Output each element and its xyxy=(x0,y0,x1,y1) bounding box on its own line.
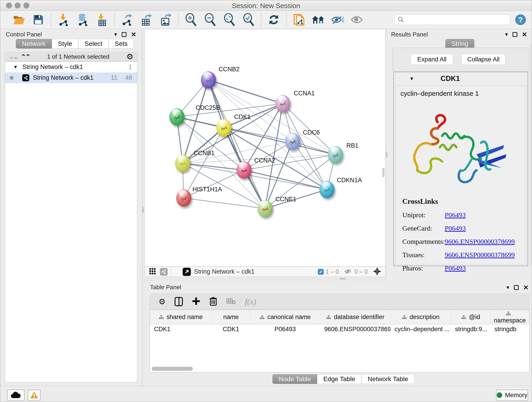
column-header-description[interactable]: description xyxy=(390,310,451,324)
tab-string[interactable]: String xyxy=(445,39,474,49)
network-node-ccna1[interactable] xyxy=(275,95,290,112)
tab-sets[interactable]: Sets xyxy=(109,39,134,49)
crosslink-link[interactable]: P06493 xyxy=(445,264,466,272)
table-cell[interactable]: CDK1 xyxy=(150,324,212,334)
tab-style[interactable]: Style xyxy=(52,39,78,49)
import-table-icon[interactable] xyxy=(95,13,109,26)
table-options-gear-icon[interactable]: ⚙ xyxy=(158,298,165,306)
table-horizontal-scrollbar[interactable] xyxy=(152,367,193,371)
search-input[interactable] xyxy=(394,14,510,25)
network-options-gear-icon[interactable]: ⚙ xyxy=(127,53,133,61)
crosslink-link[interactable]: 9606.ENSP00000378699 xyxy=(445,238,515,245)
table-cell[interactable]: stringdb:9... xyxy=(451,324,490,334)
protein-section-header[interactable]: ▼ CDK1 xyxy=(394,72,528,85)
float-panel-icon[interactable]: ▾ xyxy=(114,31,117,38)
column-header-namespace[interactable]: namespace xyxy=(490,310,529,324)
tab-network[interactable]: Network xyxy=(16,39,52,49)
maximize-panel-icon[interactable] xyxy=(122,32,127,37)
open-session-icon[interactable] xyxy=(12,13,26,26)
close-panel-icon[interactable]: ✕ xyxy=(523,285,529,290)
crosslink-link[interactable]: P06493 xyxy=(445,224,466,232)
maximize-panel-icon[interactable] xyxy=(513,32,517,37)
network-edge[interactable] xyxy=(209,80,336,155)
network-canvas[interactable]: CCNB2CCNA1CDC25BCDK1CDC6RB1CCNB1CCNA2CDK… xyxy=(145,29,385,267)
selected-checkbox-icon[interactable]: ✓ xyxy=(318,269,324,275)
add-column-icon[interactable] xyxy=(192,297,200,306)
save-session-icon[interactable] xyxy=(32,13,45,26)
show-all-eye-icon[interactable] xyxy=(350,13,363,26)
tab-node-table[interactable]: Node Table xyxy=(272,374,317,384)
network-node-ccnb1[interactable] xyxy=(175,154,190,172)
collapse-all-networks-icon[interactable]: ⌄⌄ xyxy=(9,53,18,60)
warning-button[interactable] xyxy=(28,390,41,401)
column-header-name[interactable]: name xyxy=(212,310,250,324)
network-node-ccne1[interactable] xyxy=(258,200,273,217)
network-row[interactable]: String Network – cdk1 11 48 xyxy=(5,72,137,83)
clone-network-icon[interactable] xyxy=(292,13,306,26)
pan-crosshair-icon[interactable] xyxy=(373,267,381,277)
network-edge[interactable] xyxy=(244,170,327,190)
canvas-scrollbar[interactable] xyxy=(382,168,385,177)
table-cell[interactable]: P06493 xyxy=(250,324,320,334)
table-cell[interactable]: CDK1 xyxy=(212,324,250,334)
close-panel-icon[interactable]: ✕ xyxy=(131,32,136,37)
network-node-rb1[interactable] xyxy=(328,146,343,163)
column-header-database-identifier[interactable]: database identifier xyxy=(320,310,390,324)
network-collection-row[interactable]: ▼ String Network – cdk1 1 xyxy=(5,62,137,72)
crosslink-link[interactable]: 9606.ENSP00000378699 xyxy=(445,251,515,259)
expand-all-networks-icon[interactable]: ⌃⌃ xyxy=(21,53,30,60)
column-header-canonical-name[interactable]: canonical name xyxy=(250,310,320,324)
maximize-panel-icon[interactable] xyxy=(514,285,519,290)
import-network-file-icon[interactable] xyxy=(57,13,70,26)
grid-view-icon[interactable] xyxy=(149,268,156,276)
table-cell[interactable]: stringdb xyxy=(490,324,529,334)
network-node-cdk1[interactable] xyxy=(216,119,231,136)
zoom-fit-icon[interactable] xyxy=(223,13,236,26)
section-expander-icon[interactable]: ▼ xyxy=(409,76,414,81)
detach-view-icon[interactable] xyxy=(183,268,191,276)
close-panel-icon[interactable]: ✕ xyxy=(522,32,527,37)
help-button[interactable]: ? xyxy=(515,14,526,25)
network-edge[interactable] xyxy=(184,170,244,198)
cloud-status-button[interactable] xyxy=(7,390,25,401)
network-node-ccnb2[interactable] xyxy=(201,71,216,89)
network-view-share-icon[interactable] xyxy=(160,268,168,276)
network-node-hist1h1a[interactable] xyxy=(176,189,191,207)
results-scrollbar[interactable] xyxy=(530,44,532,265)
hide-selected-eye-icon[interactable] xyxy=(331,13,344,26)
column-header--id[interactable]: @id xyxy=(451,310,490,324)
zoom-in-icon[interactable] xyxy=(184,13,197,26)
delete-column-icon[interactable] xyxy=(209,297,217,307)
home-neighbors-icon[interactable] xyxy=(312,13,325,26)
table-cell[interactable]: cyclin–dependent ... xyxy=(390,324,451,334)
collapse-all-button[interactable]: Collapse All xyxy=(462,54,505,65)
float-panel-icon[interactable]: ▾ xyxy=(506,284,509,291)
export-image-icon[interactable] xyxy=(159,13,172,26)
memory-button[interactable]: Memory xyxy=(496,390,528,401)
table-row[interactable]: CDK1CDK1P064939606.ENSP00000378699cyclin… xyxy=(150,324,529,334)
tab-edge-table[interactable]: Edge Table xyxy=(317,374,361,384)
crosslink-link[interactable]: P06493 xyxy=(445,211,466,219)
tab-select[interactable]: Select xyxy=(78,39,109,49)
tree-expander-icon[interactable]: ▼ xyxy=(13,64,18,70)
right-splitter-handle[interactable] xyxy=(386,152,387,157)
zoom-out-icon[interactable] xyxy=(203,13,217,26)
expand-all-button[interactable]: Expand All xyxy=(411,54,453,65)
export-table-icon[interactable] xyxy=(140,13,153,26)
network-node-cdkn1a[interactable] xyxy=(319,181,335,198)
table-cell[interactable]: 9606.ENSP00000378699 xyxy=(320,324,390,334)
zoom-selected-icon[interactable] xyxy=(242,13,255,26)
network-edge[interactable] xyxy=(184,198,265,209)
tab-network-table[interactable]: Network Table xyxy=(361,374,414,384)
float-panel-icon[interactable]: ▾ xyxy=(505,31,508,38)
network-node-cdc25b[interactable] xyxy=(169,108,184,126)
bottom-splitter-handle[interactable] xyxy=(340,278,346,280)
column-header-shared-name[interactable]: shared name xyxy=(150,310,212,324)
left-splitter-handle[interactable] xyxy=(142,207,144,213)
network-node-ccna2[interactable] xyxy=(236,161,252,179)
refresh-view-icon[interactable] xyxy=(267,13,280,26)
export-network-icon[interactable] xyxy=(120,13,134,26)
network-node-cdc6[interactable] xyxy=(285,133,300,150)
import-network-database-icon[interactable] xyxy=(76,13,89,26)
network-edge[interactable] xyxy=(209,80,283,104)
